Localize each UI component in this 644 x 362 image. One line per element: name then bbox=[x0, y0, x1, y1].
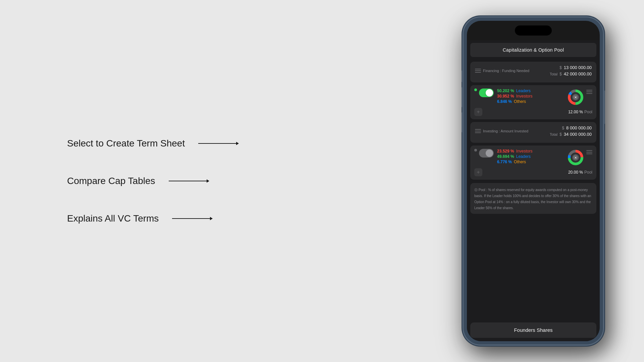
screen-content: Capitalization & Option Pool bbox=[467, 40, 600, 341]
investing-toggle-row: 23.529 % Investors 49.694 % Leaders 6.77… bbox=[474, 149, 592, 166]
toggle-left-1: 50.202 % Leaders 30.952 % Investors 6.84… bbox=[474, 88, 565, 104]
investing-card: Investing : Amount Invested $ 8 000 000.… bbox=[470, 122, 596, 143]
others-pct-1: 6.846 % bbox=[497, 99, 512, 104]
pool-label-2: Pool bbox=[584, 170, 592, 175]
financing-toggle-section: 50.202 % Leaders 30.952 % Investors 6.84… bbox=[470, 85, 596, 119]
investors-pct-1: 30.952 % bbox=[497, 94, 514, 99]
pool-pct-1: 12.00 % bbox=[568, 110, 583, 114]
founders-shares-label: Founders Shares bbox=[514, 327, 552, 333]
feature-arrow-2 bbox=[169, 181, 209, 181]
percentages-group-1: 50.202 % Leaders 30.952 % Investors 6.84… bbox=[497, 88, 565, 104]
hamburger-icon-4 bbox=[586, 150, 592, 154]
dollar-4: $ bbox=[559, 132, 562, 137]
power-button bbox=[604, 90, 605, 124]
feature-row-1: Select to Create Term Sheet bbox=[67, 138, 235, 149]
dollar-1: $ bbox=[559, 65, 562, 70]
financing-header: Financing : Funding Needed $ 13 000 000.… bbox=[475, 65, 592, 76]
toggle-switch-1[interactable] bbox=[479, 88, 494, 97]
feature-arrow-3 bbox=[172, 218, 212, 219]
plus-btn-2[interactable]: + bbox=[474, 168, 482, 176]
others-pct-2: 6.776 % bbox=[497, 160, 512, 164]
feature-label-3: Explains All VC Terms bbox=[67, 213, 159, 224]
app-title: Capitalization & Option Pool bbox=[503, 47, 564, 53]
others-row-2: 6.776 % Others bbox=[497, 160, 565, 164]
financing-toggle-row: 50.202 % Leaders 30.952 % Investors 6.84… bbox=[474, 88, 592, 106]
info-text-box: ⓪ Pool : % of shares reserved for equity… bbox=[470, 183, 596, 214]
amount-invested-value: 8 000 000.00 bbox=[566, 125, 592, 130]
financing-amounts: $ 13 000 000.00 Total $ 42 000 000.00 bbox=[550, 65, 592, 76]
toggle-knob-1 bbox=[486, 89, 493, 97]
leaders-label: Leaders bbox=[516, 88, 531, 93]
leaders-label-2: Leaders bbox=[516, 154, 531, 159]
hamburger-icon-1 bbox=[475, 69, 481, 73]
toggle-left-2: 23.529 % Investors 49.694 % Leaders 6.77… bbox=[474, 149, 565, 164]
feature-label-1: Select to Create Term Sheet bbox=[67, 138, 185, 149]
others-row-1: 6.846 % Others bbox=[497, 99, 565, 104]
investors-row-2: 23.529 % Investors bbox=[497, 149, 565, 154]
dollar-2: $ bbox=[559, 72, 562, 76]
toggle-switch-2[interactable] bbox=[479, 149, 494, 158]
gray-dot-1 bbox=[474, 149, 477, 152]
leaders-pct-2: 49.694 % bbox=[497, 154, 514, 159]
feature-row-3: Explains All VC Terms bbox=[67, 213, 235, 224]
app-body: Financing : Funding Needed $ 13 000 000.… bbox=[467, 60, 600, 320]
leaders-pct: 50.202 % bbox=[497, 88, 514, 93]
pool-label-1: Pool bbox=[584, 110, 592, 114]
investing-total-value: 34 000 000.00 bbox=[564, 132, 592, 137]
green-dot-1 bbox=[474, 88, 477, 91]
volume-up-button bbox=[462, 87, 463, 107]
feature-arrow-1 bbox=[198, 143, 238, 144]
pool-row-2: + 20.00 % Pool bbox=[474, 168, 592, 176]
pool-pct-2: 20.00 % bbox=[568, 170, 583, 175]
funding-needed-value: 13 000 000.00 bbox=[564, 65, 592, 70]
phone-wrapper: Capitalization & Option Pool bbox=[463, 17, 604, 345]
feature-label-2: Compare Cap Tables bbox=[67, 176, 155, 186]
toggle-knob-2 bbox=[486, 149, 493, 157]
financing-card: Financing : Funding Needed $ 13 000 000.… bbox=[470, 62, 596, 82]
leaders-row: 50.202 % Leaders bbox=[497, 88, 565, 93]
leaders-row-2: 49.694 % Leaders bbox=[497, 154, 565, 159]
dynamic-island bbox=[515, 25, 552, 36]
donut-chart-2: ✕ bbox=[567, 149, 584, 166]
investors-label-1: Investors bbox=[516, 94, 533, 99]
donut-chart-1: ✕ bbox=[567, 88, 584, 106]
others-label-2: Others bbox=[514, 160, 526, 164]
percentages-group-2: 23.529 % Investors 49.694 % Leaders 6.77… bbox=[497, 149, 565, 164]
financing-label: Financing : Funding Needed bbox=[483, 69, 529, 73]
investing-label: Investing : Amount Invested bbox=[483, 129, 528, 133]
investing-header: Investing : Amount Invested $ 8 000 000.… bbox=[475, 125, 592, 137]
info-text: ⓪ Pool : % of shares reserved for equity… bbox=[474, 188, 591, 210]
features-panel: Select to Create Term Sheet Compare Cap … bbox=[0, 0, 235, 362]
close-btn-2[interactable]: ✕ bbox=[573, 155, 579, 161]
feature-row-2: Compare Cap Tables bbox=[67, 176, 235, 186]
others-label-1: Others bbox=[514, 99, 526, 104]
app-header: Capitalization & Option Pool bbox=[470, 43, 596, 57]
pool-info-2: 20.00 % Pool bbox=[568, 170, 592, 175]
phone-frame: Capitalization & Option Pool bbox=[463, 17, 604, 345]
investors-label-2: Investors bbox=[516, 149, 533, 154]
pool-row-1: + 12.00 % Pool bbox=[474, 108, 592, 116]
dollar-3: $ bbox=[562, 126, 564, 130]
investors-row-1: 30.952 % Investors bbox=[497, 94, 565, 99]
financing-total-value: 42 000 000.00 bbox=[564, 71, 592, 76]
investors-pct-2: 23.529 % bbox=[497, 149, 514, 154]
total-label-1: Total bbox=[550, 72, 557, 76]
investing-amounts: $ 8 000 000.00 Total $ 34 000 000.00 bbox=[550, 125, 592, 137]
close-btn-1[interactable]: ✕ bbox=[573, 94, 579, 100]
total-label-2: Total bbox=[550, 132, 557, 136]
mute-button bbox=[462, 70, 463, 82]
plus-btn-1[interactable]: + bbox=[474, 108, 482, 116]
pool-info-1: 12.00 % Pool bbox=[568, 110, 592, 114]
investing-toggle-section: 23.529 % Investors 49.694 % Leaders 6.77… bbox=[470, 145, 596, 180]
phone-screen: Capitalization & Option Pool bbox=[467, 21, 600, 341]
hamburger-icon-2 bbox=[586, 90, 592, 94]
hamburger-icon-3 bbox=[475, 129, 481, 133]
volume-down-button bbox=[462, 112, 463, 132]
founders-shares-button[interactable]: Founders Shares bbox=[470, 322, 596, 338]
